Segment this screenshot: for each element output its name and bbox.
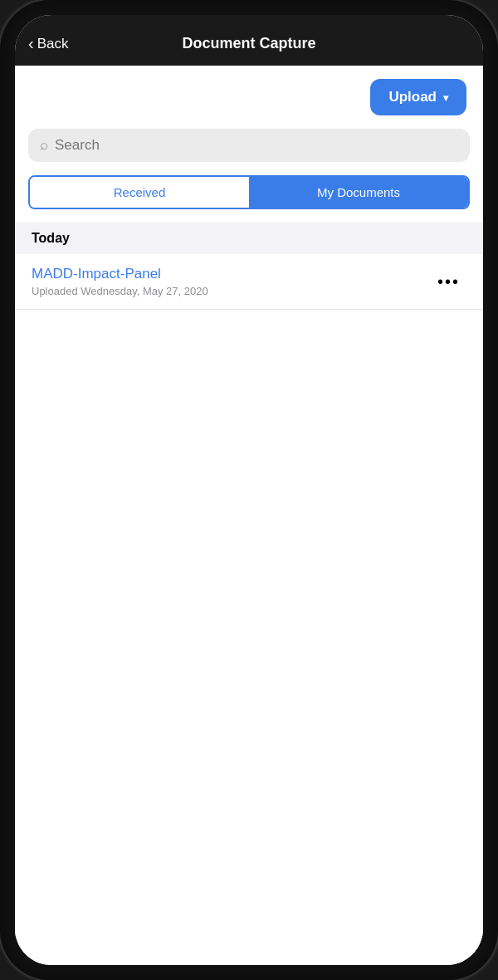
more-icon: •••	[437, 272, 460, 291]
back-chevron-icon: ‹	[28, 34, 34, 53]
phone-frame: ‹ Back Document Capture Upload ▾ ⌕	[0, 0, 498, 980]
back-label: Back	[37, 36, 69, 52]
empty-space	[15, 310, 483, 965]
search-input[interactable]	[55, 137, 458, 154]
tabs-container: Received My Documents	[28, 175, 470, 209]
upload-area: Upload ▾	[15, 66, 483, 129]
tab-switcher: Received My Documents	[15, 175, 483, 223]
page-title: Document Capture	[182, 35, 315, 52]
nav-bar: ‹ Back Document Capture	[15, 15, 483, 66]
search-bar: ⌕	[28, 129, 470, 162]
upload-button[interactable]: Upload ▾	[370, 79, 466, 115]
section-header-today: Today	[15, 223, 483, 254]
document-list: MADD-Impact-Panel Uploaded Wednesday, Ma…	[15, 254, 483, 310]
document-info: MADD-Impact-Panel Uploaded Wednesday, Ma…	[32, 266, 431, 297]
search-icon: ⌕	[40, 137, 48, 154]
document-name[interactable]: MADD-Impact-Panel	[32, 266, 431, 282]
content-area: Upload ▾ ⌕ Received My Documents	[15, 66, 483, 965]
upload-chevron-icon: ▾	[443, 92, 448, 104]
upload-label: Upload	[388, 89, 437, 105]
tab-my-documents[interactable]: My Documents	[249, 177, 468, 208]
more-options-button[interactable]: •••	[431, 269, 466, 295]
document-date: Uploaded Wednesday, May 27, 2020	[32, 285, 431, 297]
table-row: MADD-Impact-Panel Uploaded Wednesday, Ma…	[15, 254, 483, 310]
section-title: Today	[32, 231, 70, 245]
tab-received[interactable]: Received	[30, 177, 249, 208]
screen: ‹ Back Document Capture Upload ▾ ⌕	[15, 15, 483, 965]
back-button[interactable]: ‹ Back	[28, 35, 68, 53]
search-area: ⌕	[15, 129, 483, 175]
